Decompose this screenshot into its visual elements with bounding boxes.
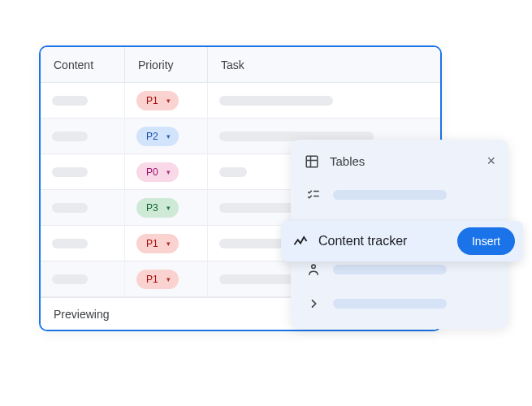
- cell-content: [41, 261, 125, 296]
- cell-priority: P1▾: [125, 83, 208, 118]
- priority-label: P0: [146, 166, 158, 178]
- text-placeholder: [52, 132, 88, 141]
- priority-chip[interactable]: P2▾: [136, 127, 179, 146]
- cell-content: [41, 119, 125, 153]
- cell-priority: P3▾: [125, 190, 208, 225]
- svg-rect-0: [306, 156, 318, 167]
- priority-label: P1: [146, 274, 158, 285]
- cell-priority: P0▾: [125, 154, 208, 189]
- priority-label: P1: [146, 238, 158, 249]
- cell-priority: P1▾: [125, 261, 208, 296]
- checklist-icon: [305, 187, 322, 203]
- cell-priority: P2▾: [125, 119, 208, 153]
- cell-content: [41, 226, 125, 261]
- text-placeholder: [219, 96, 333, 106]
- chevron-down-icon: ▾: [167, 240, 171, 248]
- chevron-right-icon: [305, 296, 322, 312]
- text-placeholder: [52, 274, 88, 284]
- priority-chip[interactable]: P1▾: [136, 234, 179, 253]
- text-placeholder: [52, 167, 88, 177]
- cell-content: [41, 190, 125, 225]
- popup-item[interactable]: [291, 287, 508, 321]
- priority-chip[interactable]: P0▾: [136, 162, 179, 182]
- chevron-down-icon: ▾: [167, 168, 171, 176]
- text-placeholder: [52, 203, 88, 213]
- chevron-down-icon: ▾: [167, 204, 171, 212]
- header-task: Task: [208, 47, 440, 82]
- insert-button[interactable]: Insert: [457, 227, 515, 255]
- person-icon: [305, 261, 322, 278]
- cell-content: [41, 154, 125, 189]
- priority-label: P1: [146, 95, 158, 106]
- close-icon[interactable]: ×: [487, 153, 495, 170]
- popup-item-label-placeholder: [333, 299, 447, 309]
- popup-item-label-placeholder: [333, 190, 447, 200]
- cell-content: [41, 83, 125, 118]
- table-row: P1▾: [41, 83, 440, 119]
- table-header-row: Content Priority Task: [41, 47, 440, 83]
- priority-label: P3: [146, 202, 158, 214]
- priority-label: P2: [146, 131, 158, 142]
- text-placeholder: [52, 96, 88, 106]
- header-priority: Priority: [125, 47, 208, 82]
- popup-item[interactable]: [291, 178, 508, 212]
- chevron-down-icon: ▾: [167, 275, 171, 283]
- cell-priority: P1▾: [125, 226, 208, 261]
- popup-header: Tables ×: [291, 151, 508, 178]
- cell-task: [208, 83, 440, 118]
- table-icon: [304, 153, 320, 170]
- text-placeholder: [52, 239, 88, 248]
- chevron-down-icon: ▾: [167, 97, 171, 105]
- popup-item-label: Content tracker: [318, 234, 448, 248]
- priority-chip[interactable]: P1▾: [136, 91, 179, 110]
- header-content: Content: [41, 47, 125, 82]
- popup-item-highlighted[interactable]: Content tracker Insert: [281, 221, 523, 261]
- text-placeholder: [219, 167, 247, 177]
- trend-icon: [292, 233, 309, 249]
- priority-chip[interactable]: P3▾: [136, 198, 179, 218]
- svg-point-5: [312, 265, 316, 269]
- chevron-down-icon: ▾: [167, 132, 171, 140]
- popup-item-label-placeholder: [333, 265, 447, 274]
- priority-chip[interactable]: P1▾: [136, 270, 179, 289]
- popup-title: Tables: [330, 154, 487, 168]
